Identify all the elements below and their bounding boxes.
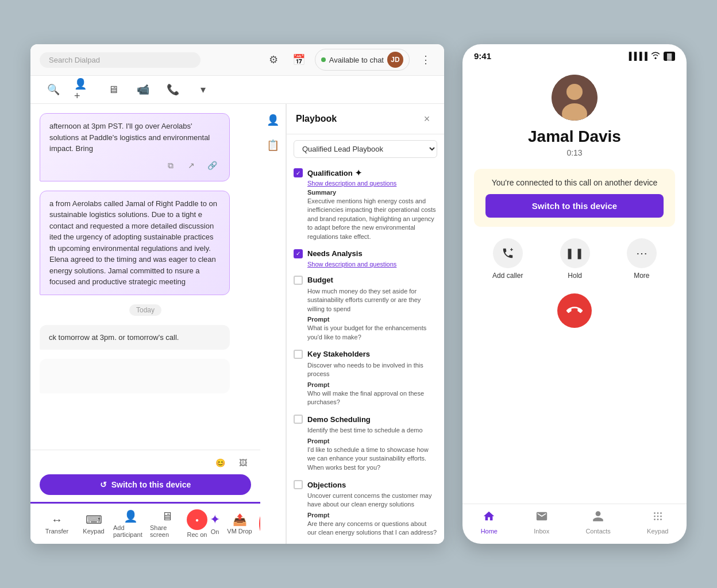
bottom-toolbar: ↔ Transfer ⌨ Keypad 👤 Add participant 🖥 … (30, 502, 260, 544)
wifi-icon (651, 52, 660, 61)
playbook-title: Playbook (296, 114, 337, 124)
vm-drop-icon: 📤 (233, 513, 247, 527)
phone-icon[interactable]: 📞 (164, 80, 182, 99)
needs-analysis-checkbox[interactable]: ✓ (294, 249, 303, 258)
contacts-icon (592, 510, 604, 526)
qualification-show-link[interactable]: Show description and questions (307, 180, 437, 187)
emoji-icon[interactable]: 😊 (212, 455, 228, 471)
stakeholders-name: Key Stakeholders (307, 350, 370, 358)
mobile-time: 9:41 (474, 51, 491, 61)
top-bar-icons: ⚙ 📅 Available to chat JD ⋮ (264, 49, 435, 71)
video-icon[interactable]: 📹 (134, 80, 152, 99)
toolbar-keypad[interactable]: ⌨ Keypad (76, 513, 111, 535)
status-badge[interactable]: Available to chat JD (315, 49, 410, 71)
keypad-icon (652, 510, 664, 526)
footer-icons: 😊 🖼 (40, 455, 251, 471)
toolbar-transfer[interactable]: ↔ Transfer (40, 513, 74, 535)
nav-home[interactable]: Home (481, 510, 498, 535)
svg-point-5 (660, 512, 662, 514)
switch-device-button[interactable]: ↺ Switch to this device (40, 474, 251, 495)
toolbar-share-screen[interactable]: 🖥 Share screen (150, 510, 184, 538)
ai-tag-icon: ✦ (355, 168, 362, 177)
compose-bubble (40, 359, 230, 393)
hold-label: Hold (568, 272, 582, 280)
add-caller-control[interactable]: Add caller (492, 238, 523, 280)
share-icon[interactable]: ↗ (183, 158, 199, 174)
hold-control[interactable]: ❚❚ Hold (560, 238, 590, 280)
keypad-icon: ⌨ (86, 513, 102, 527)
toolbar-vm-drop[interactable]: 📤 VM Drop (222, 513, 257, 535)
chevron-down-icon[interactable]: ▾ (194, 80, 212, 99)
search-icon[interactable]: 🔍 (44, 80, 63, 99)
status-label: Available to chat (329, 56, 384, 64)
playbook-panel: Playbook × Qualified Lead Playbook ✓ Qua… (286, 104, 444, 544)
end-call-icon (566, 303, 583, 319)
copy-icon[interactable]: ⧉ (163, 158, 179, 174)
playbook-header: Playbook × (287, 104, 444, 134)
external-link-icon[interactable]: 🔗 (204, 158, 220, 174)
call-timer: 0:13 (566, 148, 582, 157)
stakeholders-prompt: Who will make the final approval on thes… (307, 389, 437, 407)
image-icon[interactable]: 🖼 (235, 455, 251, 471)
connected-text: You're connected to this call on another… (485, 178, 664, 187)
clipboard-icon[interactable]: 📋 (264, 136, 282, 154)
home-icon (483, 510, 495, 526)
add-caller-icon (493, 238, 523, 268)
keypad-label: Keypad (647, 528, 668, 535)
end-call-button[interactable]: 📵 (259, 510, 260, 537)
objections-name: Objections (307, 481, 346, 489)
add-caller-label: Add caller (492, 272, 523, 280)
message-bubble: afternoon at 3pm PST. I'll go over Aerol… (40, 113, 230, 181)
playbook-close-button[interactable]: × (419, 111, 435, 127)
switch-to-device-button[interactable]: Switch to this device (485, 194, 664, 218)
keypad-label: Keypad (83, 528, 104, 535)
end-call-mobile-button[interactable] (557, 293, 592, 328)
toolbar-ai[interactable]: ✦ On (210, 512, 220, 535)
avatar: JD (387, 52, 403, 68)
nav-inbox[interactable]: Inbox (534, 510, 549, 535)
message-text: afternoon at 3pm PST. I'll go over Aerol… (49, 122, 210, 153)
calendar-icon[interactable]: 📅 (290, 51, 308, 69)
add-participant-icon: 👤 (124, 509, 138, 523)
message-actions: ⧉ ↗ 🔗 (49, 158, 220, 174)
svg-point-7 (657, 516, 658, 517)
playbook-select[interactable]: Qualified Lead Playbook (294, 140, 437, 158)
more-icon[interactable]: ⋮ (417, 51, 435, 69)
more-control[interactable]: ⋯ More (627, 238, 657, 280)
message-text: ck tomorrow at 3pm. or tomorrow's call. (49, 333, 179, 342)
transfer-icon: ↔ (51, 513, 63, 527)
playbook-item-header: Key Stakeholders (294, 350, 437, 359)
playbook-item-header: ✓ Qualification ✦ (294, 168, 437, 177)
transfer-label: Transfer (45, 528, 69, 535)
settings-icon[interactable]: ⚙ (264, 51, 283, 69)
nav-contacts[interactable]: Contacts (585, 510, 610, 535)
hold-icon: ❚❚ (560, 238, 590, 268)
person-icon[interactable]: 👤 (264, 111, 282, 129)
search-bar[interactable]: Search Dialpad (40, 52, 201, 68)
toolbar-rec[interactable]: ● Rec on (187, 509, 207, 538)
mobile-nav: Home Inbox Contacts Keypad (462, 504, 687, 544)
budget-checkbox[interactable] (294, 276, 303, 285)
screen-icon[interactable]: 🖥 (104, 80, 122, 99)
objections-checkbox[interactable] (294, 480, 303, 489)
icon-bar: 🔍 👤+ 🖥 📹 📞 ▾ (30, 76, 444, 104)
demo-name: Demo Scheduling (307, 415, 371, 424)
mobile-status-icons: ▐▐▐▐ ▓ (626, 52, 675, 61)
toolbar-add-participant[interactable]: 👤 Add participant (113, 509, 148, 538)
qualification-checkbox[interactable]: ✓ (294, 168, 303, 177)
connected-banner: You're connected to this call on another… (474, 169, 675, 227)
demo-checkbox[interactable] (294, 415, 303, 424)
objections-description: Uncover current concerns the customer ma… (307, 492, 437, 509)
desktop-app: Search Dialpad ⚙ 📅 Available to chat JD … (30, 44, 444, 544)
nav-keypad[interactable]: Keypad (647, 510, 668, 535)
playbook-item-needs-analysis: ✓ Needs Analysis Show description and qu… (294, 249, 437, 268)
add-contact-icon[interactable]: 👤+ (74, 80, 92, 99)
playbook-item-key-stakeholders: Key Stakeholders Discover who needs to b… (294, 350, 437, 407)
needs-analysis-name: Needs Analysis (307, 249, 363, 258)
call-controls: Add caller ❚❚ Hold ⋯ More (474, 238, 675, 280)
svg-point-4 (657, 512, 658, 514)
needs-analysis-show-link[interactable]: Show description and questions (307, 261, 437, 268)
inbox-label: Inbox (534, 528, 549, 535)
stakeholders-description: Discover who needs to be involved in thi… (307, 361, 437, 379)
stakeholders-checkbox[interactable] (294, 350, 303, 359)
